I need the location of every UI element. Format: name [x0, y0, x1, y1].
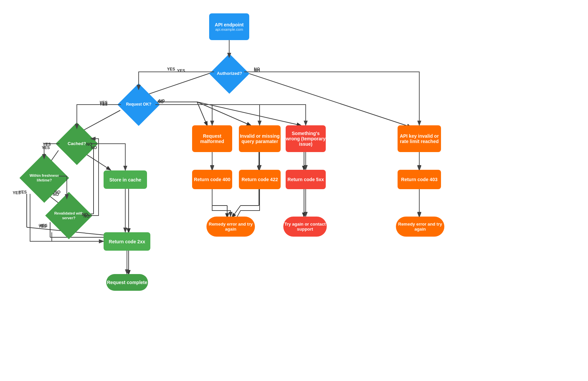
return-400-label: Return code 400	[194, 177, 231, 182]
return-400-node: Return code 400	[192, 170, 232, 189]
return-5xx-label: Return code 5xx	[288, 177, 324, 182]
invalid-query-node: Invalid or missing query paramater	[239, 125, 281, 152]
label-no-freshness: NO	[54, 190, 60, 195]
return-403-label: Return code 403	[401, 177, 438, 182]
remedy-error-2-node: Remedy error and try again	[396, 217, 444, 237]
flowchart-diagram: API endpoint api.example.com Authorized?…	[0, 0, 588, 381]
arrows-svg	[0, 0, 588, 381]
store-in-cache-node: Store in cache	[104, 170, 147, 189]
remedy-error-2-label: Remedy error and try again	[396, 222, 444, 232]
label-yes-authorized: YES	[167, 67, 175, 72]
invalid-query-label: Invalid or missing query paramater	[239, 133, 281, 144]
return-2xx-label: Return code 2xx	[109, 239, 145, 244]
authorized-diamond-wrap: Authorized?	[209, 58, 249, 89]
label-yes-freshness: YES	[19, 190, 27, 195]
label-no-cached: NO	[86, 142, 92, 147]
return-422-label: Return code 422	[242, 177, 278, 182]
connections-svg	[0, 0, 588, 381]
label-no-revalidated: NO	[84, 214, 90, 219]
api-key-invalid-node: API key invalid or rate limit reached	[398, 125, 441, 152]
try-again-node: Try again or contact support	[283, 217, 327, 237]
request-complete-label: Request complete	[107, 280, 147, 285]
return-2xx-node: Return code 2xx	[104, 232, 150, 251]
authorized-diamond: Authorized?	[209, 53, 249, 94]
store-in-cache-label: Store in cache	[109, 177, 141, 182]
api-endpoint-sublabel: api.example.com	[215, 27, 243, 31]
label-yes-revalidated: YES	[39, 223, 47, 228]
label-yes-request-ok: YES	[100, 100, 108, 105]
svg-line-6	[197, 102, 251, 125]
freshness-label: Within freshness lifetime?	[27, 173, 62, 183]
request-malformed-node: Request malformed	[192, 125, 232, 152]
svg-line-5	[197, 102, 207, 125]
return-403-node: Return code 403	[398, 170, 441, 189]
svg-line-2	[244, 72, 411, 127]
api-endpoint-label: API endpoint	[215, 22, 244, 27]
authorized-label: Authorized?	[216, 71, 242, 77]
request-ok-diamond: Request OK?	[117, 83, 160, 126]
something-wrong-node: Something's wrong (temporary issue)	[286, 125, 326, 152]
something-wrong-label: Something's wrong (temporary issue)	[286, 131, 326, 147]
request-complete-node: Request complete	[106, 274, 148, 291]
label-yes-cached: YES	[43, 142, 51, 147]
label-no-authorized: NO	[254, 67, 260, 72]
try-again-label: Try again or contact support	[283, 222, 327, 232]
label-no-request-ok: NO	[158, 100, 164, 104]
api-key-invalid-label: API key invalid or rate limit reached	[398, 133, 441, 144]
svg-line-28	[232, 206, 241, 217]
api-endpoint-node: API endpoint api.example.com	[209, 13, 249, 40]
return-422-node: Return code 422	[239, 170, 281, 189]
authorized-yes-label: YES	[177, 69, 185, 73]
svg-line-7	[197, 102, 301, 125]
request-ok-label: Request OK?	[126, 102, 151, 107]
cached-label: Cached?	[68, 141, 86, 147]
revalidated-label: Revalidated with server?	[52, 211, 86, 221]
return-5xx-node: Return code 5xx	[286, 170, 326, 189]
remedy-error-1-label: Remedy error and try again	[206, 222, 255, 232]
request-malformed-label: Request malformed	[192, 133, 232, 144]
remedy-error-1-node: Remedy error and try again	[206, 217, 255, 237]
freshness-diamond: Within freshness lifetime?	[19, 153, 69, 203]
request-ok-diamond-wrap: Request OK?	[120, 90, 157, 120]
